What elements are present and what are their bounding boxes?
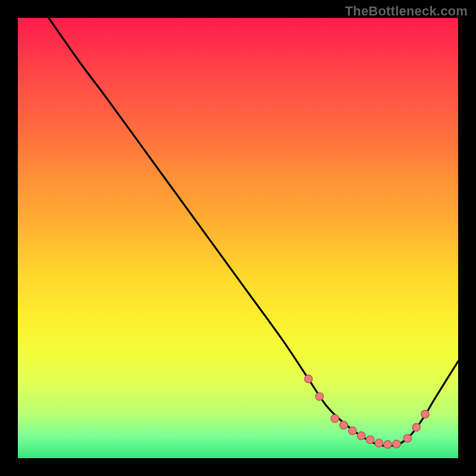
marker-dots bbox=[305, 375, 429, 449]
marker-dot bbox=[305, 375, 312, 383]
marker-dot bbox=[331, 415, 339, 422]
marker-dot bbox=[403, 434, 411, 442]
marker-dot bbox=[349, 427, 356, 434]
marker-dot bbox=[412, 424, 420, 431]
chart-svg bbox=[18, 18, 458, 458]
marker-dot bbox=[315, 393, 323, 400]
marker-dot bbox=[375, 439, 383, 447]
watermark-text: TheBottleneck.com bbox=[345, 4, 468, 19]
marker-dot bbox=[366, 436, 374, 443]
bottleneck-curve bbox=[49, 18, 458, 446]
marker-dot bbox=[340, 421, 347, 429]
chart-stage: TheBottleneck.com bbox=[0, 0, 476, 476]
marker-dot bbox=[421, 410, 429, 418]
marker-dot bbox=[393, 440, 400, 448]
marker-dot bbox=[384, 440, 392, 448]
plot-area bbox=[18, 18, 458, 458]
marker-dot bbox=[358, 432, 365, 440]
